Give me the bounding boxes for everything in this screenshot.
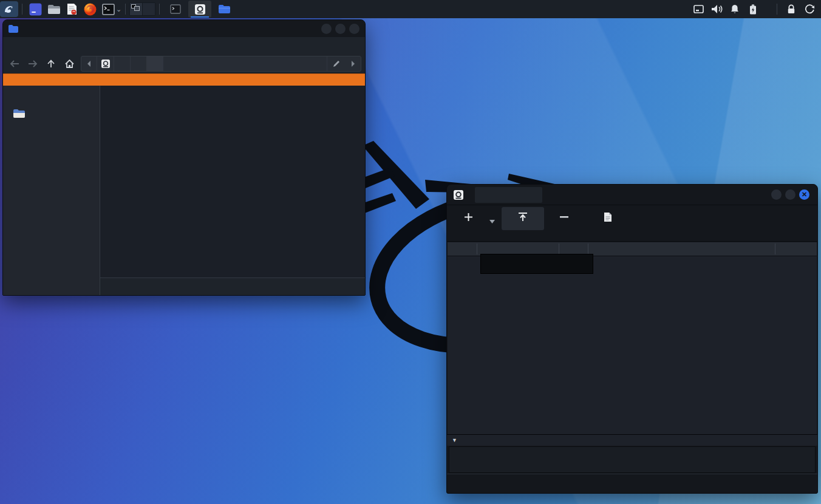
file-manager-statusbar (100, 278, 365, 295)
mount-arrow-icon (518, 208, 528, 226)
new-snapshot-button[interactable] (454, 208, 482, 227)
kali-menu-button[interactable] (0, 1, 18, 17)
menu-file[interactable] (5, 43, 18, 48)
menu-edit[interactable] (18, 43, 30, 48)
minus-icon (560, 208, 568, 226)
snapper-toolbar (447, 205, 817, 242)
config-selector-root[interactable] (475, 187, 542, 203)
minimize-button[interactable] (321, 24, 332, 34)
breadcrumb-11[interactable] (131, 56, 147, 71)
file-manager-titlebar[interactable] (3, 20, 365, 37)
menu-go[interactable] (42, 43, 54, 48)
breadcrumb-drive-icon[interactable] (97, 56, 114, 71)
maximize-button[interactable] (335, 24, 346, 34)
workspace-2[interactable] (143, 3, 155, 15)
text-editor-launcher[interactable] (63, 1, 81, 17)
breadcrumb-scroll-left-icon[interactable] (81, 56, 97, 71)
breadcrumb-snapshots[interactable] (114, 56, 131, 71)
snappergui-window: ✕ (446, 184, 818, 494)
folder-icon (47, 4, 60, 15)
folder-icon (13, 109, 25, 118)
volume-icon[interactable] (709, 1, 724, 17)
file-manager-window (2, 19, 366, 296)
terminal-session-launcher[interactable] (99, 1, 117, 17)
workspace-1[interactable] (130, 3, 142, 15)
file-manager-launcher[interactable] (44, 1, 63, 17)
edit-path-pencil-icon[interactable] (327, 56, 345, 71)
folder-icon (9, 25, 18, 33)
snapper-titlebar[interactable]: ✕ (447, 185, 817, 205)
lock-screen-icon[interactable] (783, 1, 799, 17)
new-dropdown-button[interactable] (485, 208, 499, 236)
terminal-icon (170, 4, 181, 14)
file-manager-sidebar (3, 86, 100, 295)
delete-snapshot-button[interactable] (549, 208, 579, 227)
tooltip-open-snapshot-mountpoint (480, 254, 593, 274)
taskbar-terminal[interactable] (164, 1, 187, 18)
forward-button[interactable] (25, 56, 41, 71)
document-seal-icon (67, 3, 77, 15)
open-mountpoint-button[interactable] (502, 208, 544, 227)
terminal-icon (29, 3, 42, 16)
launcher-chevron-down-icon[interactable]: ⌄ (116, 5, 121, 13)
userdata-expander[interactable]: ▼ (447, 434, 817, 446)
userdata-panel (449, 446, 816, 473)
close-button[interactable]: ✕ (799, 189, 809, 200)
kali-logo-icon (3, 3, 15, 15)
snapper-statusbar (447, 474, 817, 493)
firefox-launcher[interactable] (81, 1, 99, 17)
breadcrumb (81, 56, 361, 72)
file-manager-menubar (3, 37, 365, 54)
document-icon (604, 208, 612, 226)
minimize-button[interactable] (771, 189, 782, 200)
up-button[interactable] (43, 56, 59, 71)
workspace-switcher[interactable] (129, 2, 155, 16)
desktop: ✕ (0, 0, 821, 504)
folder-icon (218, 4, 230, 14)
menu-view[interactable] (30, 43, 42, 48)
triangle-down-icon: ▼ (452, 437, 457, 443)
chevron-down-icon (489, 208, 495, 236)
terminal-prompt-icon (102, 4, 115, 15)
taskbar-snappergui[interactable] (188, 1, 211, 18)
battery-icon[interactable] (745, 1, 761, 17)
places-header (3, 90, 100, 106)
power-logout-icon[interactable] (802, 1, 817, 17)
breadcrumb-snapshot-active[interactable] (147, 56, 163, 71)
devices-header (3, 121, 100, 137)
changes-button[interactable] (588, 208, 628, 227)
terminal-launcher[interactable] (26, 1, 44, 17)
top-panel: ⌄ (0, 0, 821, 18)
home-button[interactable] (61, 56, 77, 71)
notifications-bell-icon[interactable] (727, 1, 743, 17)
taskbar-file-manager[interactable] (213, 1, 236, 18)
plus-icon (464, 208, 473, 226)
maximize-button[interactable] (785, 189, 795, 200)
back-button[interactable] (7, 56, 22, 71)
menu-help[interactable] (54, 43, 66, 48)
display-settings-icon[interactable] (690, 1, 706, 17)
close-button[interactable] (349, 24, 359, 34)
sidebar-item-root-place[interactable] (3, 106, 100, 121)
snapper-app-icon (453, 189, 464, 200)
file-list-view[interactable] (100, 86, 365, 295)
breadcrumb-scroll-right-icon[interactable] (345, 56, 361, 71)
snapper-app-icon (194, 4, 206, 15)
firefox-icon (84, 3, 97, 16)
file-manager-toolbar (3, 54, 365, 73)
root-warning-banner (3, 73, 365, 86)
